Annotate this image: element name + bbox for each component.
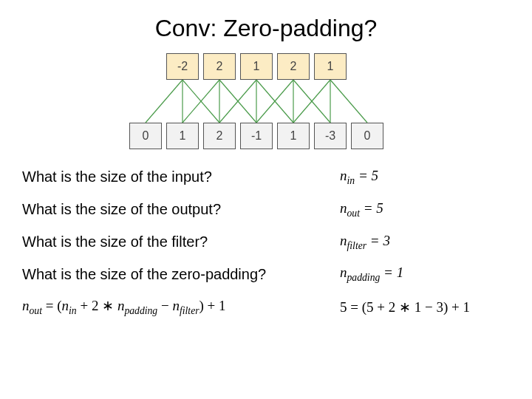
input-cell: 2: [203, 123, 236, 149]
input-cell: -3: [314, 123, 347, 149]
output-row: -2 2 1 2 1: [166, 53, 347, 80]
svg-line-8: [256, 80, 293, 123]
slide-title: Conv: Zero-padding?: [0, 15, 532, 42]
output-cell: -2: [166, 53, 199, 80]
answer: nin = 5: [340, 168, 378, 187]
output-cell: 2: [203, 53, 236, 80]
output-cell: 2: [277, 53, 310, 80]
svg-line-14: [330, 80, 367, 123]
qa-row: What is the size of the input? nin = 5: [22, 168, 510, 187]
formula-numeric: 5 = (5 + 2 ∗ 1 − 3) + 1: [340, 299, 470, 316]
formula-symbolic: nout = (nin + 2 ∗ npadding − nfilter) + …: [22, 297, 340, 317]
output-cell: 1: [314, 53, 347, 80]
qa-row: What is the size of the filter? nfilter …: [22, 233, 510, 252]
answer: nfilter = 3: [340, 233, 390, 252]
input-cell: 1: [277, 123, 310, 149]
question: What is the size of the zero-padding?: [22, 266, 340, 283]
input-cell: 1: [166, 123, 199, 149]
conv-diagram: -2 2 1 2 1 0 1 2 -1 1 -3 0: [126, 53, 406, 149]
svg-line-5: [219, 80, 256, 123]
svg-line-12: [293, 80, 330, 123]
qa-row: What is the size of the output? nout = 5: [22, 200, 510, 219]
qa-row: What is the size of the zero-padding? np…: [22, 265, 510, 284]
input-cell: 0: [351, 123, 383, 149]
answer: nout = 5: [340, 200, 383, 219]
input-row: 0 1 2 -1 1 -3 0: [129, 123, 383, 149]
answer: npadding = 1: [340, 265, 403, 284]
output-cell: 1: [240, 53, 273, 80]
qa-block: What is the size of the input? nin = 5 W…: [22, 168, 510, 284]
input-cell: 0: [129, 123, 162, 149]
svg-line-6: [219, 80, 256, 123]
svg-line-3: [183, 80, 219, 123]
question: What is the size of the input?: [22, 168, 340, 185]
question: What is the size of the output?: [22, 201, 340, 218]
input-cell: -1: [240, 123, 273, 149]
formula-row: nout = (nin + 2 ∗ npadding − nfilter) + …: [22, 297, 532, 317]
svg-line-11: [293, 80, 330, 123]
svg-line-9: [256, 80, 293, 123]
question: What is the size of the filter?: [22, 233, 340, 250]
svg-line-2: [183, 80, 219, 123]
svg-line-0: [146, 80, 183, 123]
